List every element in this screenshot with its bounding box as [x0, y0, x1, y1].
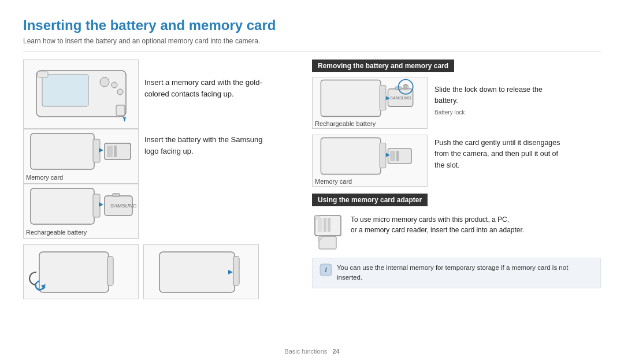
svg-text:SAMSUNG: SAMSUNG	[390, 95, 411, 101]
footer-text: Basic functions	[284, 348, 327, 355]
note-icon: i	[320, 263, 332, 276]
remove-battery-text-area: Slide the lock down to release the batte…	[434, 77, 567, 116]
svg-rect-1	[42, 75, 88, 106]
remove-battery-section: SAMSUNG Rechargeable battery Slid	[312, 77, 601, 129]
svg-rect-38	[390, 151, 395, 161]
svg-point-2	[100, 77, 109, 87]
svg-marker-7	[123, 117, 126, 122]
camera-door-close-image	[143, 244, 259, 299]
adapter-content: To use micro memory cards with this prod…	[312, 214, 601, 252]
note-text: You can use the internal memory for temp…	[337, 263, 593, 283]
svg-rect-11	[107, 146, 113, 157]
left-column: Memory card SAMSUNG	[23, 60, 300, 299]
svg-rect-12	[114, 146, 117, 157]
svg-rect-24	[233, 257, 239, 285]
adapter-section: Using the memory card adapter	[312, 194, 601, 288]
adapter-section-header: Using the memory card adapter	[312, 194, 428, 206]
left-text-descriptions: Insert a memory card with the gold- colo…	[144, 60, 300, 239]
bottom-images-row	[23, 244, 300, 299]
battery-insert-image: SAMSUNG Rechargeable battery	[23, 184, 139, 239]
note-box: i You can use the internal memory for te…	[312, 258, 601, 288]
svg-rect-26	[321, 80, 381, 117]
push-card-text: Push the card gently until it disengages…	[434, 135, 560, 171]
remove-section-header: Removing the battery and memory card	[312, 60, 454, 72]
svg-marker-19	[99, 202, 103, 207]
adapter-text: To use micro memory cards with this prod…	[351, 214, 524, 235]
svg-rect-39	[396, 151, 399, 161]
right-column: Removing the battery and memory card SAM…	[312, 60, 601, 299]
svg-marker-13	[99, 148, 103, 153]
svg-rect-43	[318, 218, 322, 232]
rechargeable-battery-label: Rechargeable battery	[24, 227, 89, 237]
svg-rect-20	[39, 252, 109, 292]
svg-rect-21	[107, 257, 113, 285]
svg-text:i: i	[325, 265, 327, 274]
svg-point-3	[112, 82, 117, 88]
insert-memory-text: Insert a memory card with the gold- colo…	[144, 77, 300, 99]
page-number: 24	[332, 348, 339, 355]
camera-strap-image	[23, 244, 139, 299]
page: Inserting the battery and memory card Le…	[0, 0, 624, 364]
svg-rect-8	[31, 133, 94, 169]
memory-card-insert-image: Memory card	[23, 129, 139, 184]
svg-rect-27	[380, 86, 386, 110]
svg-rect-17	[113, 194, 120, 196]
left-images-stack: Memory card SAMSUNG	[23, 60, 139, 239]
adapter-image	[312, 214, 344, 252]
svg-rect-36	[380, 143, 386, 168]
svg-rect-14	[31, 188, 94, 224]
svg-rect-23	[159, 252, 235, 292]
remove-battery-image: SAMSUNG Rechargeable battery	[312, 77, 428, 129]
camera-top-image	[23, 60, 139, 129]
battery-lock-label: Battery lock	[434, 109, 567, 116]
svg-rect-6	[116, 105, 125, 116]
remove-memory-image: Memory card	[312, 135, 428, 187]
page-subtitle: Learn how to insert the battery and an o…	[23, 37, 601, 51]
left-top-section: Memory card SAMSUNG	[23, 60, 300, 239]
main-content: Memory card SAMSUNG	[23, 60, 601, 299]
svg-point-4	[117, 89, 123, 95]
memory-card-label: Memory card	[24, 172, 65, 183]
insert-battery-text: Insert the battery with the Samsung logo…	[144, 134, 300, 157]
svg-rect-5	[38, 72, 48, 77]
page-title: Inserting the battery and memory card	[23, 17, 601, 34]
remove-memory-section: Memory card Push the card gently until i…	[312, 135, 601, 187]
memory-card-remove-label: Memory card	[313, 177, 354, 186]
slide-lock-text: Slide the lock down to release the batte…	[434, 81, 567, 107]
rechargeable-battery-remove-label: Rechargeable battery	[313, 119, 378, 128]
svg-rect-45	[328, 218, 330, 232]
svg-rect-35	[321, 138, 381, 174]
svg-rect-44	[324, 218, 326, 232]
svg-text:SAMSUNG: SAMSUNG	[110, 203, 137, 209]
svg-rect-34	[404, 85, 407, 89]
footer: Basic functions 24	[0, 348, 624, 355]
